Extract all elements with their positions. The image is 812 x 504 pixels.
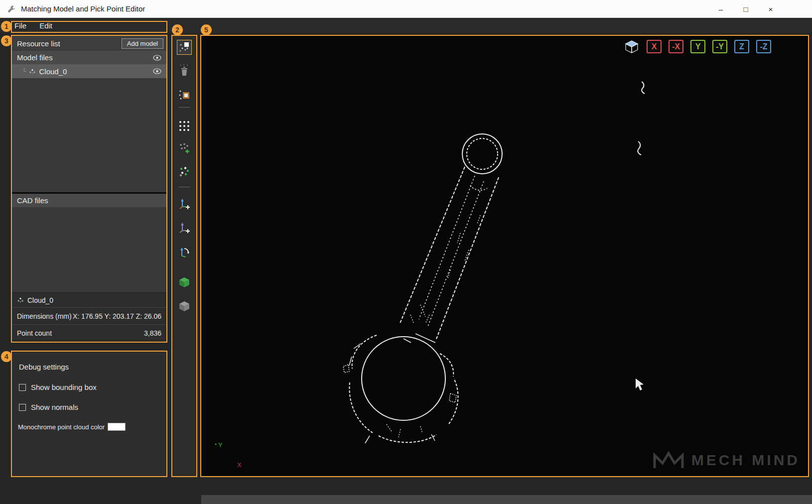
point-count-value: 3,836 <box>144 329 161 337</box>
gray-cube-icon <box>178 300 191 313</box>
select-model-icon <box>178 41 191 54</box>
annotation-badge-3: 3 <box>1 35 12 46</box>
debug-settings-title: Debug settings <box>19 363 161 371</box>
point-count-row: Point count 3,836 <box>12 325 166 342</box>
adjust-pick-point-tool[interactable] <box>177 244 192 259</box>
resource-list-panel: Resource list Add model Model files └ Cl… <box>12 36 166 342</box>
axis-x-label: X <box>237 461 242 469</box>
watermark-text: MECH MIND <box>691 452 800 469</box>
watermark: MECH MIND <box>653 450 800 470</box>
point-cloud-icon <box>17 297 24 303</box>
show-collision-model-tool[interactable] <box>177 275 192 290</box>
show-normals-label: Show normals <box>31 403 78 411</box>
selected-model-name: Cloud_0 <box>27 296 53 304</box>
debug-settings-panel: Debug settings Show bounding box Show no… <box>12 352 166 476</box>
maximize-button[interactable]: □ <box>733 0 758 18</box>
add-points-tool[interactable] <box>177 141 192 156</box>
green-cube-icon <box>178 276 191 289</box>
close-button[interactable]: × <box>758 0 783 18</box>
merge-models-tool[interactable] <box>177 87 192 102</box>
show-normals-checkbox[interactable] <box>19 404 26 411</box>
visibility-eye-icon[interactable] <box>153 68 161 74</box>
point-cloud-icon <box>29 68 36 75</box>
point-count-label: Point count <box>17 329 52 337</box>
dimensions-row: Dimensions (mm) X: 176.95 Y: 203.17 Z: 2… <box>12 308 166 325</box>
mech-mind-logo-icon <box>653 450 684 470</box>
adjust-pick-point-icon <box>178 245 191 258</box>
hide-collision-model-tool[interactable] <box>177 299 192 314</box>
monochrome-color-row: Monochrome point cloud color <box>18 423 161 431</box>
add-model-button[interactable]: Add model <box>122 38 163 49</box>
model-info-area: Cloud_0 Dimensions (mm) X: 176.95 Y: 203… <box>12 292 166 342</box>
app-window: Matching Model and Pick Point Editor – □… <box>0 0 812 504</box>
tree-branch-glyph: └ <box>22 68 26 75</box>
cad-files-empty-area[interactable] <box>12 207 166 292</box>
cad-files-header[interactable]: CAD files <box>12 194 166 207</box>
edit-point-color-tool[interactable] <box>177 164 192 179</box>
view-x-button[interactable]: X <box>647 40 662 53</box>
show-bounding-box-option[interactable]: Show bounding box <box>19 383 161 391</box>
minimize-button[interactable]: – <box>708 0 733 18</box>
view-y-button[interactable]: Y <box>690 40 705 53</box>
selected-model-row: Cloud_0 <box>12 293 166 308</box>
teach-pick-point-icon <box>178 221 191 234</box>
view-neg-y-button[interactable]: -Y <box>712 40 727 53</box>
add-points-icon <box>178 142 191 155</box>
toolbar-divider <box>178 107 190 108</box>
resource-list-title: Resource list <box>17 39 60 48</box>
add-pick-point-tool[interactable] <box>177 196 192 211</box>
show-bounding-box-checkbox[interactable] <box>19 384 26 391</box>
noise-fragment <box>638 141 641 155</box>
downsample-icon <box>178 120 191 132</box>
toolbar-divider <box>178 187 190 187</box>
resource-list-header: Resource list Add model <box>12 36 166 51</box>
isometric-view-button[interactable] <box>624 39 640 54</box>
monochrome-color-swatch[interactable] <box>108 423 126 431</box>
dimensions-value: X: 176.95 Y: 203.17 Z: 26.06 <box>73 312 161 320</box>
noise-fragment <box>642 82 645 94</box>
annotation-badge-1: 1 <box>1 21 12 32</box>
3d-viewport[interactable]: X -X Y -Y Z -Z <box>201 36 808 476</box>
bottom-strip <box>201 495 812 504</box>
wrench-icon <box>7 4 16 13</box>
merge-models-icon <box>178 88 191 101</box>
show-bounding-box-label: Show bounding box <box>31 383 97 391</box>
annotation-badge-5: 5 <box>201 24 212 35</box>
model-files-label: Model files <box>17 53 53 62</box>
annotation-badge-2: 2 <box>172 24 183 35</box>
view-neg-x-button[interactable]: -X <box>669 40 683 53</box>
monochrome-color-label: Monochrome point cloud color <box>18 423 105 431</box>
editor-toolbar <box>172 36 196 476</box>
model-item-label: Cloud_0 <box>39 67 67 76</box>
add-pick-point-icon <box>178 197 191 210</box>
view-orientation-buttons: X -X Y -Y Z -Z <box>624 39 771 54</box>
teach-pick-point-tool[interactable] <box>177 220 192 235</box>
mouse-cursor <box>636 378 644 390</box>
model-item-cloud0[interactable]: └ Cloud_0 <box>12 64 166 78</box>
point-cloud-canvas[interactable]: Y X <box>201 36 808 476</box>
edit-point-color-icon <box>178 165 191 178</box>
dimensions-label: Dimensions (mm) <box>17 312 72 320</box>
view-cube-icon <box>624 40 639 54</box>
view-neg-z-button[interactable]: -Z <box>756 40 771 53</box>
menu-edit[interactable]: Edit <box>33 20 59 31</box>
downsample-point-cloud-tool[interactable] <box>177 119 192 133</box>
model-files-header[interactable]: Model files <box>12 51 166 64</box>
model-files-empty-area[interactable] <box>12 78 166 192</box>
trash-icon <box>178 64 191 78</box>
cad-files-label: CAD files <box>17 196 48 205</box>
show-normals-option[interactable]: Show normals <box>19 403 161 411</box>
view-z-button[interactable]: Z <box>734 40 749 53</box>
visibility-eye-icon[interactable] <box>153 55 161 61</box>
title-bar: Matching Model and Pick Point Editor – □… <box>0 0 812 18</box>
axis-y-label: Y <box>218 441 223 449</box>
window-title: Matching Model and Pick Point Editor <box>21 4 145 13</box>
select-model-tool[interactable] <box>177 40 192 55</box>
menu-bar: File Edit <box>0 18 812 33</box>
delete-model-tool[interactable] <box>177 63 192 78</box>
annotation-badge-4: 4 <box>1 351 12 362</box>
axis-origin-dot <box>215 443 216 445</box>
window-controls: – □ × <box>708 0 783 18</box>
